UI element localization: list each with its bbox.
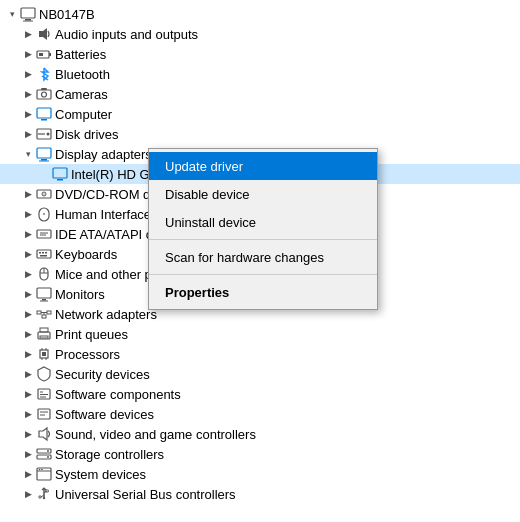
svg-point-8 — [42, 92, 47, 97]
expand-icon-dvd[interactable]: ▶ — [20, 186, 36, 202]
tree-item-label-soundvideo: Sound, video and game controllers — [55, 427, 520, 442]
expand-icon-bluetooth[interactable]: ▶ — [20, 66, 36, 82]
svg-point-73 — [39, 496, 41, 498]
expand-icon-batteries[interactable]: ▶ — [20, 46, 36, 62]
context-menu-item-label-disabledevice: Disable device — [165, 187, 250, 202]
icon-computer2 — [36, 106, 52, 122]
tree-item-label-nb0147b: NB0147B — [39, 7, 520, 22]
svg-rect-25 — [37, 230, 51, 238]
svg-rect-39 — [37, 311, 41, 314]
tree-item-bluetooth[interactable]: ▶ Bluetooth — [0, 64, 520, 84]
tree-item-label-processors: Processors — [55, 347, 520, 362]
context-menu-item-scanforhardware[interactable]: Scan for hardware changes — [149, 243, 377, 271]
tree-item-batteries[interactable]: ▶ Batteries — [0, 44, 520, 64]
expand-icon-storagecontrollers[interactable]: ▶ — [20, 446, 36, 462]
icon-usb — [36, 486, 52, 502]
expand-icon-softwarecomponents[interactable]: ▶ — [20, 386, 36, 402]
context-menu-separator-2 — [149, 274, 377, 275]
icon-softwarecomponents — [36, 386, 52, 402]
svg-marker-3 — [39, 28, 47, 40]
expand-icon-systemdevices[interactable]: ▶ — [20, 466, 36, 482]
tree-item-label-softwarecomponents: Software components — [55, 387, 520, 402]
tree-item-usb[interactable]: ▶ Universal Serial Bus controllers — [0, 484, 520, 504]
context-menu-item-uninstalldevice[interactable]: Uninstall device — [149, 208, 377, 236]
svg-point-68 — [41, 469, 43, 471]
svg-rect-28 — [37, 250, 51, 258]
tree-item-label-systemdevices: System devices — [55, 467, 520, 482]
svg-point-13 — [47, 133, 50, 136]
context-menu-item-updatedriver[interactable]: Update driver — [149, 152, 377, 180]
expand-icon-ideata[interactable]: ▶ — [20, 226, 36, 242]
svg-rect-37 — [42, 299, 46, 301]
svg-rect-6 — [39, 53, 43, 56]
expand-icon-usb[interactable]: ▶ — [20, 486, 36, 502]
tree-item-softwarecomponents[interactable]: ▶ Software components — [0, 384, 520, 404]
svg-rect-10 — [37, 108, 51, 118]
expand-icon-networkadapters[interactable]: ▶ — [20, 306, 36, 322]
tree-item-nb0147b[interactable]: ▾ NB0147B — [0, 4, 520, 24]
svg-rect-5 — [49, 53, 51, 56]
expand-icon-processors[interactable]: ▶ — [20, 346, 36, 362]
context-menu-item-label-scanforhardware: Scan for hardware changes — [165, 250, 324, 265]
svg-rect-41 — [42, 315, 46, 318]
expand-icon-displayadapters[interactable]: ▾ — [20, 146, 36, 162]
expand-icon-cameras[interactable]: ▶ — [20, 86, 36, 102]
icon-storagecontrollers — [36, 446, 52, 462]
expand-icon-securitydevices[interactable]: ▶ — [20, 366, 36, 382]
icon-cameras — [36, 86, 52, 102]
expand-icon-mice[interactable]: ▶ — [20, 266, 36, 282]
svg-point-63 — [47, 450, 49, 452]
svg-rect-30 — [42, 252, 44, 254]
svg-rect-48 — [42, 352, 46, 356]
tree-item-storagecontrollers[interactable]: ▶ Storage controllers — [0, 444, 520, 464]
svg-rect-45 — [40, 328, 48, 332]
context-menu-item-label-updatedriver: Update driver — [165, 159, 243, 174]
tree-item-securitydevices[interactable]: ▶ Security devices — [0, 364, 520, 384]
svg-rect-29 — [39, 252, 41, 254]
context-menu-item-disabledevice[interactable]: Disable device — [149, 180, 377, 208]
icon-soundvideo — [36, 426, 52, 442]
expand-icon-audio[interactable]: ▶ — [20, 26, 36, 42]
tree-item-computer[interactable]: ▶ Computer — [0, 104, 520, 124]
tree-item-soundvideo[interactable]: ▶ Sound, video and game controllers — [0, 424, 520, 444]
tree-item-label-bluetooth: Bluetooth — [55, 67, 520, 82]
svg-rect-16 — [41, 159, 47, 161]
context-menu-separator-1 — [149, 239, 377, 240]
tree-item-audio[interactable]: ▶ Audio inputs and outputs — [0, 24, 520, 44]
icon-intel — [52, 166, 68, 182]
icon-audio — [36, 26, 52, 42]
svg-rect-46 — [40, 336, 48, 338]
icon-mice — [36, 266, 52, 282]
svg-point-64 — [47, 456, 49, 458]
tree-item-processors[interactable]: ▶ Processors — [0, 344, 520, 364]
icon-printqueues — [36, 326, 52, 342]
tree-item-printqueues[interactable]: ▶ Print queues — [0, 324, 520, 344]
expand-icon-soundvideo[interactable]: ▶ — [20, 426, 36, 442]
icon-networkadapters — [36, 306, 52, 322]
tree-item-diskdrives[interactable]: ▶ Disk drives — [0, 124, 520, 144]
tree-item-softwaredevices[interactable]: ▶ Software devices — [0, 404, 520, 424]
svg-rect-31 — [45, 252, 47, 254]
expand-icon-computer[interactable]: ▶ — [20, 106, 36, 122]
svg-point-22 — [43, 193, 44, 194]
expand-icon-humaninterface[interactable]: ▶ — [20, 206, 36, 222]
expand-icon-printqueues[interactable]: ▶ — [20, 326, 36, 342]
expand-icon-softwaredevices[interactable]: ▶ — [20, 406, 36, 422]
svg-rect-40 — [47, 311, 51, 314]
expand-icon-diskdrives[interactable]: ▶ — [20, 126, 36, 142]
svg-point-74 — [43, 497, 45, 499]
tree-item-label-audio: Audio inputs and outputs — [55, 27, 520, 42]
svg-rect-2 — [23, 21, 33, 22]
icon-monitors — [36, 286, 52, 302]
expand-icon-nb0147b[interactable]: ▾ — [4, 6, 20, 22]
svg-rect-38 — [40, 301, 48, 302]
tree-item-cameras[interactable]: ▶ Cameras — [0, 84, 520, 104]
svg-rect-7 — [37, 90, 51, 99]
expand-icon-keyboards[interactable]: ▶ — [20, 246, 36, 262]
expand-icon-monitors[interactable]: ▶ — [20, 286, 36, 302]
icon-ideata — [36, 226, 52, 242]
tree-item-systemdevices[interactable]: ▶ System devices — [0, 464, 520, 484]
context-menu-item-properties[interactable]: Properties — [149, 278, 377, 306]
icon-bluetooth — [36, 66, 52, 82]
svg-rect-1 — [25, 19, 31, 21]
